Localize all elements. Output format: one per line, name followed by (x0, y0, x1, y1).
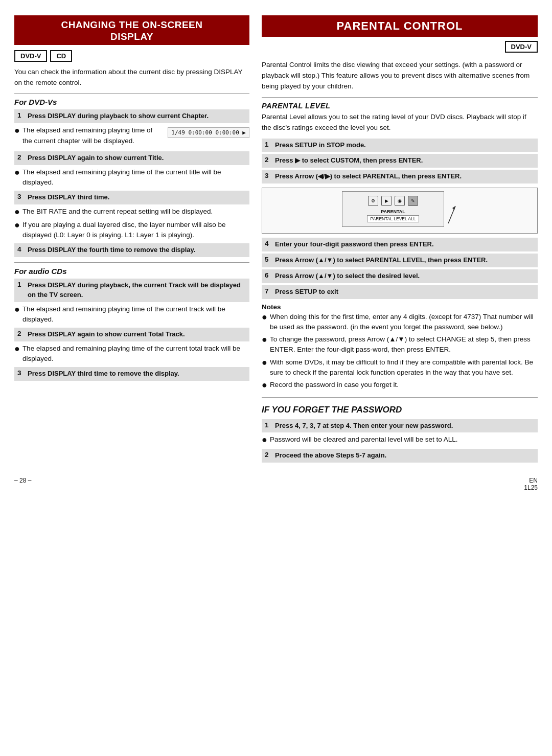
parental-level-desc: Parental Level allows you to set the rat… (262, 112, 538, 133)
display-image: 1/49 0:00:00 0:00:00 ▶ (168, 127, 249, 138)
dvdvs-step1-text: Press DISPLAY during playback to show cu… (28, 111, 209, 121)
forget-step2-text: Proceed the above Steps 5-7 again. (275, 451, 386, 461)
parental-step6: 6 Press Arrow (▲/▼) to select the desire… (262, 269, 538, 283)
if-forget-title: IF YOU FORGET THE PASSWORD (262, 405, 538, 415)
notes-section: Notes ● When doing this for the first ti… (262, 303, 538, 391)
dvdv-badge: DVD-V (14, 50, 47, 62)
left-header: CHANGING THE ON-SCREEN DISPLAY (14, 15, 249, 45)
dvdvs-bullet2: ● The elapsed and remaining playing time… (14, 167, 249, 188)
forget-bullet1-text: Password will be cleared and parental le… (270, 434, 458, 445)
parental-step2: 2 Press ▶ to select CUSTOM, then press E… (262, 154, 538, 168)
parental-level-title: PARENTAL LEVEL (262, 102, 538, 110)
screen-parental-sublabel: PARENTAL LEVEL ALL (367, 215, 420, 222)
parental-step1: 1 Press SETUP in STOP mode. (262, 139, 538, 152)
dvdvs-title: For DVD-Vs (14, 98, 249, 106)
left-column: CHANGING THE ON-SCREEN DISPLAY DVD-V CD … (14, 15, 249, 465)
parental-step4: 4 Enter your four-digit password then pr… (262, 238, 538, 251)
screen-icon2: ▶ (381, 196, 392, 206)
parental-step1-text: Press SETUP in STOP mode. (275, 141, 366, 150)
dvdvs-bullet3-text: The BIT RATE and the current repeat sett… (22, 207, 213, 217)
left-intro: You can check the information about the … (14, 67, 249, 88)
parental-step5-text: Press Arrow (▲/▼) to select PARENTAL LEV… (275, 256, 488, 265)
forget-step1: 1 Press 4, 7, 3, 7 at step 4. Then enter… (262, 419, 538, 433)
dvdvs-bullet4-text: If you are playing a dual layered disc, … (22, 220, 249, 241)
audiocds-bullet2: ● The elapsed and remaining playing time… (14, 343, 249, 364)
audiocds-step3: 3 Press DISPLAY third time to remove the… (14, 367, 249, 381)
dvdvs-step1: 1 Press DISPLAY during playback to show … (14, 109, 249, 123)
parental-step5: 5 Press Arrow (▲/▼) to select PARENTAL L… (262, 254, 538, 267)
right-dvdv-badge: DVD-V (505, 41, 538, 53)
left-header-line1: CHANGING THE ON-SCREEN (19, 19, 244, 31)
cd-badge: CD (50, 50, 72, 62)
parental-step7: 7 Press SETUP to exit (262, 285, 538, 299)
forget-step1-text: Press 4, 7, 3, 7 at step 4. Then enter y… (275, 421, 453, 431)
for-dvdvs-section: For DVD-Vs 1 Press DISPLAY during playba… (14, 98, 249, 257)
forget-bullet1: ● Password will be cleared and parental … (262, 434, 538, 446)
dvdvs-step4: 4 Press DISPLAY the fourth time to remov… (14, 243, 249, 257)
parental-step3: 3 Press Arrow (◀/▶) to select PARENTAL, … (262, 170, 538, 184)
parental-step6-text: Press Arrow (▲/▼) to select the desired … (275, 271, 420, 281)
note3: ● With some DVDs, it may be difficult to… (262, 357, 538, 378)
screen-icon4: ✎ (408, 196, 418, 206)
audiocds-step2-text: Press DISPLAY again to show current Tota… (28, 330, 185, 339)
dvdvs-step2: 2 Press DISPLAY again to show current Ti… (14, 151, 249, 165)
parental-step2-text: Press ▶ to select CUSTOM, then press ENT… (275, 156, 423, 166)
if-forget-section: IF YOU FORGET THE PASSWORD 1 Press 4, 7,… (262, 397, 538, 463)
parental-step3-text: Press Arrow (◀/▶) to select PARENTAL, th… (275, 172, 462, 181)
page-number: – 28 – (14, 477, 31, 491)
dvdvs-bullet2-text: The elapsed and remaining playing time o… (22, 167, 249, 188)
notes-title: Notes (262, 303, 538, 311)
note2: ● To change the password, press Arrow (▲… (262, 334, 538, 355)
audiocds-step3-text: Press DISPLAY third time to remove the d… (28, 369, 179, 379)
forget-step2: 2 Proceed the above Steps 5-7 again. (262, 449, 538, 463)
note1: ● When doing this for the first time, en… (262, 312, 538, 333)
dvdvs-bullet4: ● If you are playing a dual layered disc… (14, 220, 249, 241)
dvdvs-bullet3: ● The BIT RATE and the current repeat se… (14, 207, 249, 218)
footer-code: 1L25 (524, 484, 538, 491)
audiocds-bullet1: ● The elapsed and remaining playing time… (14, 304, 249, 325)
note3-text: With some DVDs, it may be difficult to f… (270, 357, 538, 378)
dvdvs-bullet1: ● The elapsed and remaining playing time… (14, 125, 160, 146)
left-header-line2: DISPLAY (19, 31, 244, 43)
left-badge-row: DVD-V CD (14, 50, 249, 62)
audiocds-step2: 2 Press DISPLAY again to show current To… (14, 328, 249, 341)
note1-text: When doing this for the first time, ente… (270, 312, 538, 333)
right-column: PARENTAL CONTROL DVD-V Parental Control … (262, 15, 538, 465)
parental-step7-text: Press SETUP to exit (275, 287, 338, 297)
audiocds-title: For audio CDs (14, 267, 249, 276)
parental-level-section: PARENTAL LEVEL Parental Level allows you… (262, 102, 538, 299)
screen-icon1: ⚙ (368, 196, 378, 206)
audiocds-bullet2-text: The elapsed and remaining playing time o… (22, 343, 249, 364)
dvdvs-step4-text: Press DISPLAY the fourth time to remove … (28, 245, 195, 255)
screen-icon3: ◉ (395, 196, 405, 206)
dvdvs-step3-text: Press DISPLAY third time. (28, 193, 109, 202)
right-header: PARENTAL CONTROL (262, 15, 538, 37)
screen-parental-label: PARENTAL (381, 209, 405, 214)
note4: ● Record the password in case you forget… (262, 380, 538, 391)
note2-text: To change the password, press Arrow (▲/▼… (270, 334, 538, 355)
audiocds-step1-text: Press DISPLAY during playback, the curre… (28, 281, 246, 300)
dvdvs-step3: 3 Press DISPLAY third time. (14, 191, 249, 204)
arrow-pointer-icon (446, 204, 457, 224)
dvdvs-bullet1-text: The elapsed and remaining playing time o… (22, 125, 160, 146)
audiocds-step1: 1 Press DISPLAY during playback, the cur… (14, 279, 249, 302)
footer-lang: EN (524, 477, 538, 484)
for-audiocds-section: For audio CDs 1 Press DISPLAY during pla… (14, 267, 249, 381)
note4-text: Record the password in case you forget i… (270, 380, 399, 390)
right-intro: Parental Control limits the disc viewing… (262, 60, 538, 92)
page-footer: – 28 – EN 1L25 (14, 477, 538, 491)
audiocds-bullet1-text: The elapsed and remaining playing time o… (22, 304, 249, 325)
parental-step4-text: Enter your four-digit password then pres… (275, 240, 434, 249)
dvdvs-step2-text: Press DISPLAY again to show current Titl… (28, 153, 164, 163)
screen-diagram: ⚙ ▶ ◉ ✎ PARENTAL PARENTAL LEVEL ALL (262, 188, 538, 234)
